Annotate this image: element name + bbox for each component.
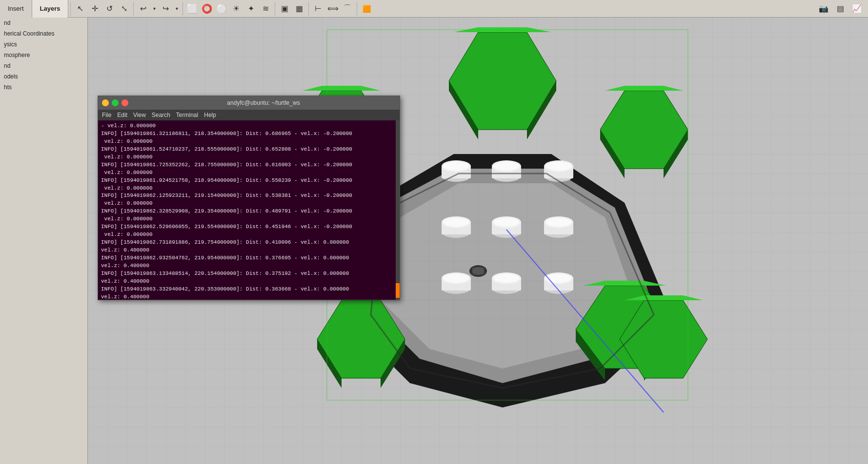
toolbar-separator-2 — [133, 2, 134, 16]
select-tool-button[interactable]: ↖ — [73, 2, 87, 16]
tab-insert[interactable]: Insert — [0, 0, 32, 18]
terminal-line: vel.z: 0.000000 — [101, 185, 397, 193]
terminal-line: INFO] [1594019862.529606055, 219.5540000… — [101, 223, 397, 231]
terminal-line: INFO] [1594019862.932504762, 219.9540000… — [101, 254, 397, 262]
terminal-line: INFO] [1594019861.924521758, 218.9540000… — [101, 177, 397, 185]
toolbar-separator-3 — [182, 2, 183, 16]
terminal-line: vel.z: 0.000000 — [101, 169, 397, 177]
sidebar-item-2[interactable]: herical Coordinates — [0, 28, 87, 39]
terminal-line: vel.z: 0.400000 — [101, 278, 397, 286]
camera-button[interactable]: 📷 — [817, 2, 830, 16]
terminal-body[interactable]: - vel.z: 0.000000INFO] [1594019861.32118… — [98, 120, 400, 300]
terminal-line: vel.z: 0.400000 — [101, 247, 397, 254]
terminal-menu-view[interactable]: View — [133, 112, 146, 118]
redo-button[interactable]: ↪ — [159, 2, 172, 16]
terminal-line: vel.z: 0.000000 — [101, 215, 397, 223]
terminal-minimize-button[interactable] — [102, 99, 109, 106]
sphere-tool-button[interactable]: ⚪ — [215, 2, 228, 16]
undo-dropdown-button[interactable]: ▾ — [151, 2, 158, 16]
terminal-line: INFO] [1594019861.524710237, 218.5550000… — [101, 146, 397, 154]
undo-button[interactable]: ↩ — [136, 2, 150, 16]
svg-point-78 — [546, 274, 571, 283]
sun-tool-button[interactable]: ☀ — [229, 2, 243, 16]
material-button[interactable]: 🟧 — [360, 2, 373, 16]
terminal-window[interactable]: andyfc@ubuntu: ~/turtle_ws File Edit Vie… — [98, 96, 400, 300]
toolbar-separator-5 — [308, 2, 309, 16]
svg-point-66 — [546, 218, 571, 227]
svg-point-62 — [494, 218, 519, 227]
toolbar-separator-4 — [275, 2, 275, 16]
svg-point-50 — [494, 162, 519, 171]
box-tool-button[interactable]: ⬜ — [185, 2, 199, 16]
terminal-line: vel.z: 0.400000 — [101, 262, 397, 270]
main-viewport[interactable]: andyfc@ubuntu: ~/turtle_ws File Edit Vie… — [88, 18, 868, 464]
mirror-button[interactable]: ⟺ — [326, 2, 340, 16]
terminal-menu-edit[interactable]: Edit — [117, 112, 127, 118]
terminal-restore-button[interactable] — [112, 99, 119, 106]
terminal-titlebar: andyfc@ubuntu: ~/turtle_ws — [98, 96, 400, 110]
sparkle-tool-button[interactable]: ✦ — [244, 2, 258, 16]
sidebar-item-1[interactable]: nd — [0, 18, 87, 28]
terminal-line: INFO] [1594019861.321186811, 218.3540000… — [101, 130, 397, 138]
terminal-line: vel.z: 0.000000 — [101, 200, 397, 208]
terminal-line: INFO] [1594019863.332940042, 220.3530000… — [101, 286, 397, 293]
terminal-menu-file[interactable]: File — [102, 112, 111, 118]
tab-layers[interactable]: Layers — [32, 0, 69, 18]
toolbar-separator-6 — [357, 2, 357, 16]
terminal-menu-search[interactable]: Search — [152, 112, 170, 118]
sidebar-item-5[interactable]: nd — [0, 60, 87, 71]
translate-tool-button[interactable]: ✛ — [88, 2, 101, 16]
terminal-line: INFO] [1594019862.731891886, 219.7540000… — [101, 239, 397, 247]
top-toolbar: Insert Layers ↖ ✛ ↺ ⤡ ↩ ▾ ↪ ▾ ⬜ ⭕ ⚪ ☀ ✦ … — [0, 0, 868, 18]
terminal-line: INFO] [1594019863.133488514, 220.1540000… — [101, 270, 397, 278]
terminal-line: INFO] [1594019862.125923211, 219.1540000… — [101, 192, 397, 200]
terminal-scrollbar[interactable] — [396, 120, 400, 300]
terminal-menu-terminal[interactable]: Terminal — [176, 112, 198, 118]
chart-button[interactable]: 📈 — [850, 2, 864, 16]
redo-dropdown-button[interactable]: ▾ — [173, 2, 180, 16]
rotate-tool-button[interactable]: ↺ — [102, 2, 116, 16]
terminal-line: - vel.z: 0.000000 — [101, 122, 397, 130]
terminal-line: vel.z: 0.000000 — [101, 231, 397, 239]
toolbar-separator-1 — [70, 2, 71, 16]
snap2-button[interactable]: ▦ — [292, 2, 306, 16]
sidebar-item-4[interactable]: mosphere — [0, 50, 87, 60]
snap1-button[interactable]: ▣ — [278, 2, 291, 16]
svg-point-46 — [444, 162, 469, 171]
terminal-title-text: andyfc@ubuntu: ~/turtle_ws — [131, 99, 396, 106]
terminal-menu-help[interactable]: Help — [204, 112, 216, 118]
terminal-line: INFO] [1594019861.725352262, 218.7550000… — [101, 161, 397, 169]
sidebar-item-3[interactable]: ysics — [0, 39, 87, 50]
scale-tool-button[interactable]: ⤡ — [117, 2, 131, 16]
svg-point-54 — [546, 162, 571, 171]
lines-tool-button[interactable]: ≋ — [259, 2, 272, 16]
svg-point-84 — [472, 267, 484, 275]
terminal-line: INFO] [1594019862.328529908, 219.3540000… — [101, 208, 397, 215]
layers-right-button[interactable]: ▤ — [833, 2, 847, 16]
sidebar-item-7[interactable]: hts — [0, 82, 87, 93]
svg-marker-27 — [605, 86, 683, 91]
terminal-line: vel.z: 0.000000 — [101, 138, 397, 146]
terminal-line: vel.z: 0.400000 — [101, 293, 397, 300]
left-sidebar: nd herical Coordinates ysics mosphere nd… — [0, 18, 88, 464]
terminal-line: vel.z: 0.000000 — [101, 154, 397, 161]
terminal-close-button[interactable] — [121, 99, 128, 106]
curve-button[interactable]: ⌒ — [341, 2, 354, 16]
svg-point-70 — [444, 274, 469, 283]
terminal-menubar: File Edit View Search Terminal Help — [98, 110, 400, 120]
cylinder-tool-button[interactable]: ⭕ — [200, 2, 214, 16]
toolbar-right-icons: 📷 ▤ 📈 — [816, 2, 868, 16]
sidebar-item-6[interactable]: odels — [0, 71, 87, 82]
svg-marker-23 — [303, 86, 381, 91]
svg-point-74 — [494, 274, 519, 283]
terminal-scrollbar-thumb[interactable] — [396, 283, 400, 298]
svg-point-58 — [444, 218, 469, 227]
align-button[interactable]: ⊢ — [311, 2, 325, 16]
